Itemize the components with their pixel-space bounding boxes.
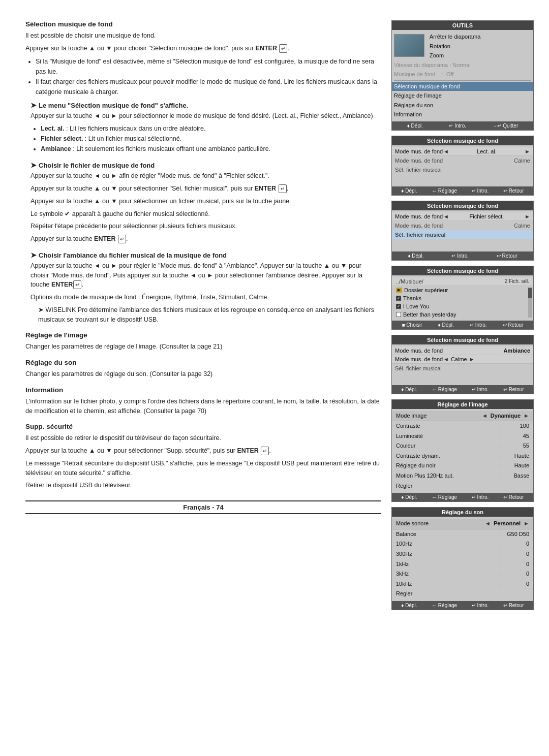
son-val-balance: G50 D50 bbox=[504, 530, 529, 539]
outils-item-2[interactable]: Rotation bbox=[428, 42, 533, 51]
folder-label: Dossier supérieur bbox=[404, 287, 448, 293]
sub-bullet-2: Fichier sélect. : Lit un fichier musical… bbox=[41, 134, 381, 144]
son-left-arrow[interactable]: ◄ bbox=[485, 519, 491, 528]
image-label-regler: Regler bbox=[396, 482, 529, 491]
sel4-right-arrow[interactable]: ► bbox=[469, 356, 475, 362]
sel1-fichier-row: Sél. fichier musical bbox=[392, 165, 533, 174]
image-left-arrow[interactable]: ◄ bbox=[482, 412, 487, 421]
outils-item-6[interactable]: Sélection musique de fond bbox=[392, 82, 533, 91]
panel-reglage-son: Réglage du son Mode sonore ◄ Personnel ►… bbox=[391, 507, 534, 610]
s3-para-1: Appuyer sur la touche ◄ ou ► pour régler… bbox=[30, 261, 381, 290]
panel-sel-fichier: Sélection musique de fond Mode mus. de f… bbox=[391, 201, 534, 261]
sel4-mode-label: Mode mus. de fond bbox=[395, 348, 443, 354]
outils-separator bbox=[394, 80, 531, 81]
sel1-mode-value: Lect. al. bbox=[449, 148, 525, 154]
panel-sel3-footer: ■ Choisir ♦ Dépl. ↵ Intro. ↩ Retour bbox=[392, 321, 533, 329]
sel2-sub-label: Mode mus. de fond bbox=[395, 223, 443, 229]
s2-para-3: Appuyer sur la touche ▲ ou ▼ pour sélect… bbox=[30, 197, 381, 206]
sel1-mode-row: Mode mus. de fond ◄ Lect. al. ► bbox=[392, 147, 533, 156]
outils-item-5[interactable]: Musique de fond : Off bbox=[392, 70, 533, 79]
image-row-contraste: Contraste : 100 bbox=[392, 421, 533, 431]
sel1-right-arrow[interactable]: ► bbox=[525, 148, 530, 154]
file-name-3: Better than yesterday bbox=[403, 311, 456, 318]
image-val-noir: Haute bbox=[504, 461, 529, 470]
outils-item-7[interactable]: Réglage de l'image bbox=[392, 91, 533, 101]
checkbox-3[interactable] bbox=[396, 312, 401, 317]
outils-item-1[interactable]: Arrêter le diaporama bbox=[428, 32, 533, 42]
sel1-sub-label: Mode mus. de fond bbox=[395, 158, 443, 164]
image-right-arrow[interactable]: ► bbox=[524, 412, 529, 421]
image-row-lum: Luminosité : 45 bbox=[392, 431, 533, 442]
panel-sel2-body: Mode mus. de fond ◄ Fichier sélect. ► Mo… bbox=[392, 210, 533, 251]
file-row-1[interactable]: ✓ Thanks bbox=[392, 294, 527, 302]
sub-bullet-list: Lect. al. : Lit les fichiers musicaux da… bbox=[41, 123, 381, 154]
image-label-noir: Réglage du noir bbox=[396, 461, 498, 470]
sel4-fichier-label: Sél. fichier musical bbox=[395, 365, 442, 371]
son-label-regler: Regler bbox=[396, 589, 529, 598]
sel1-footer-dep: ♦ Dépl. bbox=[401, 188, 417, 194]
sel2-left-arrow[interactable]: ◄ bbox=[443, 213, 449, 219]
checkbox-2[interactable]: ✓ bbox=[396, 304, 401, 309]
panel-sel2-footer: ♦ Dépl. ↵ Intro. ↩ Retour bbox=[392, 251, 533, 260]
file-list-inner: ▶ Dossier supérieur ✓ Thanks ✓ I Love Yo… bbox=[392, 286, 527, 319]
image-val-contrasted: Haute bbox=[504, 452, 529, 461]
sel4-spacer bbox=[392, 373, 533, 383]
scrollbar[interactable] bbox=[528, 287, 532, 318]
sel2-right-arrow[interactable]: ► bbox=[525, 213, 530, 219]
para-son: Changer les paramètres de réglage du son… bbox=[25, 369, 381, 379]
panel-sel-lect: Sélection musique de fond Mode mus. de f… bbox=[391, 136, 534, 196]
son-row-300hz: 300Hz : 0 bbox=[392, 549, 533, 559]
panel-outils-body: Arrêter le diaporama Rotation Zoom Vites… bbox=[392, 30, 533, 121]
son-label-300hz: 300Hz bbox=[396, 550, 498, 559]
panel-son-title: Réglage du son bbox=[392, 508, 533, 517]
panel-outils-title: OUTILS bbox=[392, 21, 533, 30]
son-row-regler[interactable]: Regler bbox=[392, 589, 533, 599]
image-row-couleur: Couleur : 55 bbox=[392, 441, 533, 451]
sub-bullet-3: Ambiance : Lit seulement les fichiers mu… bbox=[41, 144, 381, 154]
panel-image-footer: ♦ Dépl. ↔ Réglage ↵ Intro. ↩ Retour bbox=[392, 493, 533, 501]
panel-outils: OUTILS Arrêter le diaporama Rotation Zoo… bbox=[391, 20, 534, 131]
image-label-contrasted: Contraste dynam. bbox=[396, 452, 498, 461]
sel1-footer-intro: ↵ Intro. bbox=[472, 188, 489, 194]
outils-item-9[interactable]: Information bbox=[392, 110, 533, 119]
son-right-arrow[interactable]: ► bbox=[524, 519, 529, 528]
panel-sel4-footer: ♦ Dépl. ↔ Réglage ↵ Intro. ↩ Retour bbox=[392, 385, 533, 394]
sel3-path-row: ../Musique/ 2 Fich. sél. bbox=[392, 277, 533, 286]
sel2-sub-row: Mode mus. de fond Calme bbox=[392, 221, 533, 230]
son-label-100hz: 100Hz bbox=[396, 540, 498, 549]
panel-outils-footer: ♦ Dépl. ↵ Intro. →↵ Quitter bbox=[392, 121, 533, 130]
sel2-fichier-row: Sél. fichier musical bbox=[392, 230, 533, 239]
outils-item-3[interactable]: Zoom bbox=[428, 51, 533, 60]
para-supp-1: Il est possible de retirer le dispositif… bbox=[25, 433, 381, 443]
son-label-1khz: 1kHz bbox=[396, 560, 498, 569]
file-name-2: I Love You bbox=[403, 303, 429, 309]
checkbox-1[interactable]: ✓ bbox=[396, 296, 401, 301]
para-1-1: Il est possible de choisir une musique d… bbox=[25, 31, 381, 41]
arrow-para-1: Appuyer sur la touche ◄ ou ► pour sélect… bbox=[30, 111, 381, 121]
arrow-section-2: ➤Choisir le fichier de musique de fond A… bbox=[30, 161, 381, 244]
son-label-10khz: 10kHz bbox=[396, 580, 498, 589]
arrow-title-1: ➤Le menu "Sélection musique de fond" s'a… bbox=[30, 101, 381, 109]
sel4-footer-reg: ↔ Réglage bbox=[432, 387, 457, 392]
sel4-left-arrow[interactable]: ◄ bbox=[443, 356, 449, 362]
image-label-lum: Luminosité bbox=[396, 432, 498, 441]
son-row-100hz: 100Hz : 0 bbox=[392, 539, 533, 549]
sel1-left-arrow[interactable]: ◄ bbox=[443, 148, 449, 154]
file-row-3[interactable]: Better than yesterday bbox=[392, 310, 527, 319]
outils-item-8[interactable]: Réglage du son bbox=[392, 101, 533, 110]
sel4-footer-retour: ↩ Retour bbox=[503, 387, 524, 392]
sel1-sub-value: Calme bbox=[514, 158, 530, 164]
image-row-regler[interactable]: Regler bbox=[392, 481, 533, 491]
outils-thumbnail bbox=[394, 34, 424, 57]
outils-item-4[interactable]: Vitesse du diaporama : Normal bbox=[392, 60, 533, 70]
son-row-3khz: 3kHz : 0 bbox=[392, 569, 533, 579]
image-val-lum: 45 bbox=[504, 432, 529, 441]
panel-sel1-body: Mode mus. de fond ◄ Lect. al. ► Mode mus… bbox=[392, 145, 533, 186]
son-footer-reg: ↔ Réglage bbox=[432, 603, 457, 608]
para-info: L'information sur le fichier photo, y co… bbox=[25, 397, 381, 416]
son-footer-retour: ↩ Retour bbox=[503, 603, 524, 608]
page-footer-label: Français - 74 bbox=[25, 500, 381, 514]
sel2-mode-row: Mode mus. de fond ◄ Fichier sélect. ► bbox=[392, 212, 533, 221]
file-row-2[interactable]: ✓ I Love You bbox=[392, 302, 527, 310]
folder-row[interactable]: ▶ Dossier supérieur bbox=[392, 286, 527, 294]
